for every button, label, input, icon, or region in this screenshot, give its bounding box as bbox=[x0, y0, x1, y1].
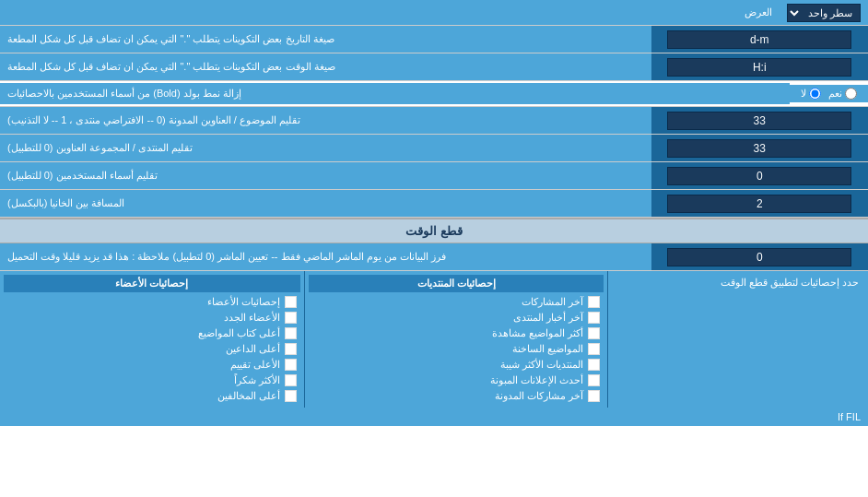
main-container: سطر واحد سطران ثلاثة أسطر العرض صيغة الت… bbox=[0, 0, 868, 426]
stats-members-item-3[interactable]: أعلى الداعين bbox=[4, 341, 300, 357]
radio-no[interactable]: لا bbox=[801, 88, 821, 100]
stats-members-item-4[interactable]: الأعلى تقييم bbox=[4, 357, 300, 373]
forum-order-input[interactable] bbox=[667, 139, 851, 158]
stats-posts-section: إحصائيات المنتديات آخر المشاركات آخر أخب… bbox=[304, 271, 608, 408]
topics-order-input[interactable] bbox=[667, 112, 851, 130]
checkbox-icon-0[interactable] bbox=[588, 296, 600, 308]
date-format-row: صيغة التاريخ بعض التكوينات يتطلب "." الت… bbox=[0, 26, 868, 53]
checkbox-member-0[interactable] bbox=[285, 296, 297, 308]
page-title: العرض bbox=[0, 3, 780, 22]
checkbox-member-1[interactable] bbox=[285, 312, 297, 324]
bottom-text: If FIL bbox=[0, 408, 868, 426]
display-select-cell[interactable]: سطر واحد سطران ثلاثة أسطر bbox=[780, 1, 868, 25]
date-format-input-cell[interactable] bbox=[651, 26, 869, 53]
bold-radio-cell[interactable]: نعم لا bbox=[790, 85, 868, 102]
radio-no-input[interactable] bbox=[809, 88, 821, 100]
radio-yes[interactable]: نعم bbox=[828, 88, 857, 100]
gap-label: المسافة بين الخانيا (بالبكسل) bbox=[0, 190, 651, 217]
stats-members-item-6[interactable]: أعلى المخالفين bbox=[4, 388, 300, 404]
time-format-label: صيغة الوقت بعض التكوينات يتطلب "." التي … bbox=[0, 53, 651, 80]
topics-order-row: تقليم الموضوع / العناوين المدونة (0 -- ا… bbox=[0, 107, 868, 135]
stats-members-section: إحصائيات الأعضاء إحصائيات الأعضاء الأعضا… bbox=[0, 271, 304, 408]
checkbox-member-4[interactable] bbox=[285, 359, 297, 371]
stats-members-header: إحصائيات الأعضاء bbox=[4, 275, 300, 292]
stats-posts-header: إحصائيات المنتديات bbox=[309, 275, 604, 292]
radio-yes-input[interactable] bbox=[845, 88, 857, 100]
filter-input[interactable] bbox=[667, 248, 851, 266]
stats-members-item-2[interactable]: أعلى كتاب المواضيع bbox=[4, 325, 300, 341]
checkbox-member-3[interactable] bbox=[285, 343, 297, 355]
realtime-section-header: قطع الوقت bbox=[0, 218, 868, 243]
checkbox-member-6[interactable] bbox=[285, 390, 297, 402]
stats-posts-item-3[interactable]: المواضيع الساخنة bbox=[309, 341, 604, 357]
date-format-input[interactable] bbox=[667, 30, 851, 49]
gap-row: المسافة بين الخانيا (بالبكسل) bbox=[0, 190, 868, 218]
checkbox-member-5[interactable] bbox=[285, 374, 297, 386]
stats-posts-item-1[interactable]: آخر أخبار المنتدى bbox=[309, 310, 604, 325]
display-select[interactable]: سطر واحد سطران ثلاثة أسطر bbox=[787, 4, 861, 22]
forum-order-label: تقليم المنتدى / المجموعة العناوين (0 للت… bbox=[0, 135, 651, 161]
checkbox-icon-6[interactable] bbox=[588, 390, 600, 402]
topics-order-label: تقليم الموضوع / العناوين المدونة (0 -- ا… bbox=[0, 107, 651, 134]
stats-posts-item-6[interactable]: آخر مشاركات المدونة bbox=[309, 388, 604, 404]
checkbox-icon-1[interactable] bbox=[588, 312, 600, 324]
forum-order-row: تقليم المنتدى / المجموعة العناوين (0 للت… bbox=[0, 135, 868, 162]
stats-apply-label: حدد إحصائيات لتطبيق قطع الوقت bbox=[607, 271, 868, 408]
top-row: سطر واحد سطران ثلاثة أسطر العرض bbox=[0, 0, 868, 26]
stats-posts-item-5[interactable]: أحدث الإعلانات المبونة bbox=[309, 373, 604, 388]
checkbox-icon-2[interactable] bbox=[588, 327, 600, 339]
filter-label: فرز البيانات من يوم الماشر الماضي فقط --… bbox=[0, 243, 651, 270]
users-order-input[interactable] bbox=[667, 167, 851, 185]
gap-input-cell[interactable] bbox=[651, 190, 869, 217]
stats-posts-item-4[interactable]: المنتديات الأكثر شيبة bbox=[309, 357, 604, 373]
users-order-input-cell[interactable] bbox=[651, 162, 869, 189]
bold-remove-row: نعم لا إزالة نمط بولد (Bold) من أسماء ال… bbox=[0, 81, 868, 107]
date-format-label: صيغة التاريخ بعض التكوينات يتطلب "." الت… bbox=[0, 26, 651, 53]
checkbox-icon-4[interactable] bbox=[588, 359, 600, 371]
filter-row: فرز البيانات من يوم الماشر الماضي فقط --… bbox=[0, 243, 868, 271]
forum-order-input-cell[interactable] bbox=[651, 135, 869, 161]
bold-remove-label: إزالة نمط بولد (Bold) من أسماء المستخدمي… bbox=[0, 83, 790, 104]
stats-members-item-1[interactable]: الأعضاء الجدد bbox=[4, 310, 300, 325]
gap-input[interactable] bbox=[667, 195, 851, 213]
stats-members-item-5[interactable]: الأكثر شكراً bbox=[4, 373, 300, 388]
time-format-row: صيغة الوقت بعض التكوينات يتطلب "." التي … bbox=[0, 53, 868, 81]
stats-posts-item-2[interactable]: أكثر المواضيع مشاهدة bbox=[309, 325, 604, 341]
time-format-input[interactable] bbox=[667, 58, 851, 77]
filter-input-cell[interactable] bbox=[651, 243, 869, 270]
stats-members-item-0[interactable]: إحصائيات الأعضاء bbox=[4, 294, 300, 310]
checkbox-icon-3[interactable] bbox=[588, 343, 600, 355]
users-order-label: تقليم أسماء المستخدمين (0 للتطبيل) bbox=[0, 162, 651, 189]
stats-area: حدد إحصائيات لتطبيق قطع الوقت إحصائيات ا… bbox=[0, 271, 868, 408]
checkbox-icon-5[interactable] bbox=[588, 374, 600, 386]
topics-order-input-cell[interactable] bbox=[651, 107, 869, 134]
checkbox-member-2[interactable] bbox=[285, 327, 297, 339]
stats-posts-item-0[interactable]: آخر المشاركات bbox=[309, 294, 604, 310]
users-order-row: تقليم أسماء المستخدمين (0 للتطبيل) bbox=[0, 162, 868, 190]
time-format-input-cell[interactable] bbox=[651, 53, 869, 80]
